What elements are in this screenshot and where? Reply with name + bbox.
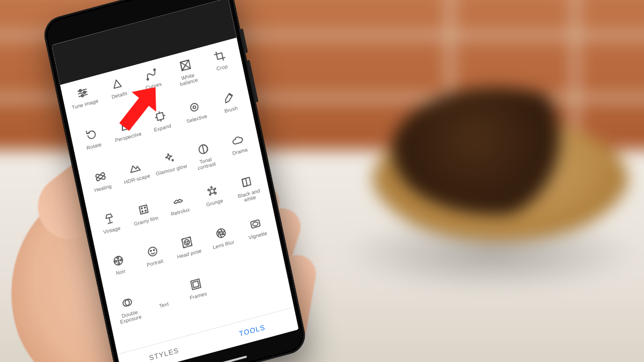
tool-lens-blur[interactable]: Lens Blur (203, 221, 244, 268)
tool-label: Portrait (147, 258, 164, 268)
tool-label: Rotate (86, 142, 102, 151)
film-icon (135, 201, 152, 218)
bandaid-icon (92, 168, 109, 185)
bw-icon (238, 173, 255, 190)
tool-drama[interactable]: Drama (219, 128, 261, 174)
vignette-icon (247, 216, 264, 233)
rotate-icon (83, 126, 100, 143)
crop-icon (211, 48, 228, 65)
tool-label: Black and white (233, 187, 266, 206)
tt-icon (153, 285, 170, 302)
tool-tonal-contrast[interactable]: Tonal contrast (185, 137, 226, 183)
triangle-icon (109, 75, 126, 92)
tool-head-pose[interactable]: Head pose (169, 230, 210, 277)
reel-icon (110, 252, 127, 269)
tool-curves[interactable]: Curves (133, 62, 174, 109)
tool-label: Drama (232, 147, 248, 157)
facebox-icon (179, 234, 195, 251)
tool-rotate[interactable]: Rotate (74, 122, 115, 169)
sparkle-icon (161, 150, 178, 167)
tool-white-balance[interactable]: White balance (167, 53, 208, 100)
sliders-icon (75, 84, 91, 101)
tool-black-white[interactable]: Black and white (228, 169, 269, 216)
tool-selective[interactable]: Selective (176, 95, 217, 142)
tool-label: HDR-scape (123, 173, 151, 186)
tool-text[interactable]: Text (143, 281, 185, 328)
tool-label: Curves (145, 82, 162, 91)
tool-vignette[interactable]: Vignette (237, 212, 279, 258)
tool-hdr-scape[interactable]: HDR-scape (116, 156, 158, 202)
curves-icon (143, 66, 159, 83)
tool-perspective[interactable]: Perspective (107, 113, 149, 160)
tool-crop[interactable]: Crop (201, 44, 243, 91)
lamp-icon (101, 210, 118, 227)
tool-label: Double Exposure (114, 307, 147, 327)
tool-grunge[interactable]: Grunge (194, 179, 235, 226)
cloud-icon (229, 131, 246, 149)
tool-retrolux[interactable]: Retrolux (159, 188, 201, 235)
brush-icon (221, 90, 237, 107)
mountain-icon (127, 159, 143, 176)
tool-tune-image[interactable]: Tune image (64, 80, 106, 127)
tool-label: Details (111, 91, 128, 100)
tool-noir[interactable]: Noir (100, 248, 141, 295)
aperture-icon (213, 225, 230, 242)
tool-label: Glamour glow (156, 163, 188, 177)
tool-vintage[interactable]: Vintage (91, 206, 133, 253)
tool-label: Brush (224, 105, 238, 114)
frame-icon (188, 276, 204, 293)
perspective-icon (118, 117, 134, 134)
tool-label: Tune image (71, 98, 99, 110)
mustache-icon (170, 192, 186, 209)
tool-label: Noir (115, 268, 126, 276)
half-icon (195, 141, 211, 158)
tool-brush[interactable]: Brush (210, 86, 252, 132)
tool-label: Grainy film (134, 215, 159, 227)
tool-expand[interactable]: Expand (142, 104, 183, 151)
overlap-icon (119, 294, 136, 311)
tool-label: Text (159, 301, 169, 309)
tool-healing[interactable]: Healing (82, 165, 123, 211)
target-icon (186, 99, 203, 116)
tool-portrait[interactable]: Portrait (134, 239, 175, 286)
tool-grainy-film[interactable]: Grainy film (126, 197, 167, 244)
splat-icon (204, 182, 221, 200)
face-icon (144, 243, 161, 260)
tool-label: Tonal contrast (189, 154, 223, 173)
wb-icon (177, 57, 194, 74)
tool-details[interactable]: Details (99, 71, 140, 118)
tool-double-exposure[interactable]: Double Exposure (109, 290, 150, 337)
tool-label: Head pose (177, 248, 202, 260)
tool-glamour-glow[interactable]: Glamour glow (151, 146, 192, 193)
tool-label: White balance (172, 70, 205, 90)
tool-label: Crop (216, 64, 228, 72)
expand-icon (152, 108, 169, 125)
tool-label: Perspective (114, 131, 142, 143)
tool-frames[interactable]: Frames (178, 272, 219, 319)
